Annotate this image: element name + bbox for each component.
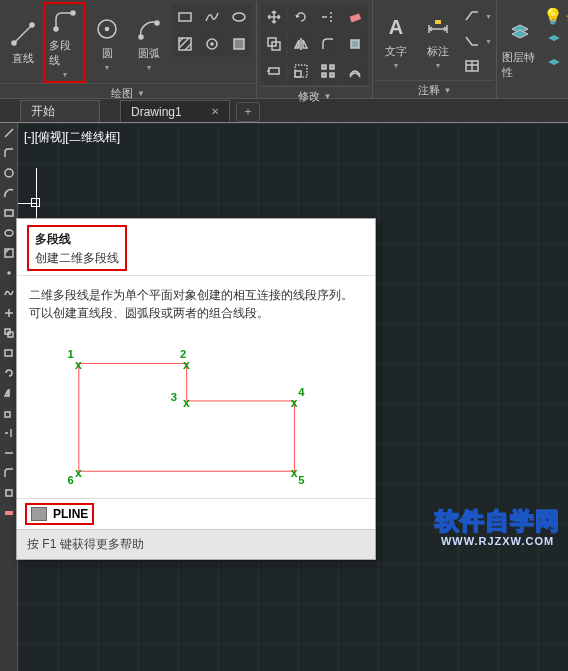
ribbon-group-modify: 修改▼ [257, 0, 373, 98]
chevron-down-icon: ▼ [444, 86, 452, 95]
layer-toggle-row[interactable]: 💡 ☀ 🔒 [543, 4, 568, 28]
tool-rect[interactable] [0, 203, 17, 223]
explode-button[interactable] [342, 31, 368, 57]
svg-text:x: x [75, 466, 82, 480]
svg-rect-31 [322, 73, 326, 77]
tool-move[interactable] [0, 303, 17, 323]
tool-line[interactable] [0, 123, 17, 143]
layer-freeze-button[interactable] [543, 54, 565, 74]
ribbon: 直线 多段线 ▼ 圆 ▼ 圆弧 ▼ [0, 0, 568, 99]
dimension-button[interactable]: 标注 ▼ [417, 2, 459, 80]
tooltip-title: 多段线 [35, 231, 119, 248]
chevron-down-icon: ▼ [435, 62, 442, 69]
tool-hatch[interactable] [0, 243, 17, 263]
tool-arc[interactable] [0, 183, 17, 203]
layer-iso-button[interactable] [543, 30, 565, 50]
draw-small-tools [170, 2, 254, 83]
chevron-down-icon: ▼ [324, 92, 332, 101]
rotate-button[interactable] [288, 4, 314, 30]
leader-button[interactable] [461, 6, 483, 26]
svg-rect-40 [435, 20, 441, 24]
watermark: 软件自学网 WWW.RJZXW.COM [435, 505, 560, 547]
chevron-down-icon: ▼ [62, 71, 69, 78]
copy-button[interactable] [261, 31, 287, 57]
svg-point-6 [106, 27, 109, 30]
move-button[interactable] [261, 4, 287, 30]
svg-point-8 [155, 21, 159, 25]
text-button[interactable]: A 文字 ▼ [375, 2, 417, 80]
offset-button[interactable] [342, 58, 368, 84]
ellipse-button[interactable] [226, 4, 252, 30]
svg-rect-55 [5, 412, 10, 417]
chevron-down-icon: ▼ [137, 89, 145, 98]
tool-spline[interactable] [0, 283, 17, 303]
tool-extend[interactable] [0, 443, 17, 463]
tooltip-body: 二维多段线是作为单个平面对象创建的相互连接的线段序列。可以创建直线段、圆弧段或两… [17, 276, 375, 332]
close-icon[interactable]: ✕ [211, 106, 219, 117]
watermark-line1: 软件自学网 [435, 505, 560, 537]
hatch-button[interactable] [172, 31, 198, 57]
tool-pline[interactable] [0, 143, 17, 163]
svg-rect-30 [330, 65, 334, 69]
layer-label: 图层特性 [502, 50, 538, 80]
region-button[interactable] [226, 31, 252, 57]
polyline-label: 多段线 [49, 38, 81, 68]
tool-mirror[interactable] [0, 383, 17, 403]
svg-text:5: 5 [298, 474, 304, 486]
svg-text:6: 6 [68, 474, 74, 486]
tool-fillet[interactable] [0, 463, 17, 483]
bulb-icon: 💡 [543, 7, 563, 26]
tab-drawing1[interactable]: Drawing1✕ [120, 100, 230, 122]
tool-erase[interactable] [0, 503, 17, 523]
svg-text:x: x [183, 358, 190, 372]
svg-rect-48 [5, 249, 13, 257]
svg-rect-60 [5, 511, 13, 515]
chevron-down-icon[interactable]: ▼ [485, 13, 492, 20]
rect-button[interactable] [172, 4, 198, 30]
tool-stretch[interactable] [0, 343, 17, 363]
command-name: PLINE [53, 507, 88, 521]
leader2-button[interactable] [461, 31, 483, 51]
draw-group-label: 绘图 [111, 86, 133, 101]
tool-copy[interactable] [0, 323, 17, 343]
point-button[interactable] [199, 31, 225, 57]
tool-point[interactable] [0, 263, 17, 283]
tool-trim[interactable] [0, 423, 17, 443]
circle-label: 圆 [102, 46, 113, 61]
tool-explode[interactable] [0, 483, 17, 503]
polyline-button[interactable]: 多段线 ▼ [44, 2, 86, 83]
svg-rect-29 [322, 65, 326, 69]
table-button[interactable] [461, 56, 483, 76]
new-tab-button[interactable]: + [236, 102, 260, 122]
tooltip-polyline: 多段线 创建二维多段线 二维多段线是作为单个平面对象创建的相互连接的线段序列。可… [16, 218, 376, 560]
tooltip-subtitle: 创建二维多段线 [35, 250, 119, 267]
erase-button[interactable] [342, 4, 368, 30]
svg-line-44 [5, 129, 13, 137]
tool-rotate[interactable] [0, 363, 17, 383]
line-button[interactable]: 直线 [2, 2, 44, 83]
svg-line-14 [185, 44, 191, 50]
tool-ellipse[interactable] [0, 223, 17, 243]
mirror-button[interactable] [288, 31, 314, 57]
array-button[interactable] [315, 58, 341, 84]
spline-button[interactable] [199, 4, 225, 30]
line-label: 直线 [12, 51, 34, 66]
fillet-button[interactable] [315, 31, 341, 57]
trim-button[interactable] [315, 4, 341, 30]
svg-point-10 [233, 13, 245, 21]
layer-properties-button[interactable]: 图层特性 [499, 2, 541, 96]
stretch-button[interactable] [261, 58, 287, 84]
dimension-label: 标注 [427, 44, 449, 59]
scale-button[interactable] [288, 58, 314, 84]
tab-start[interactable]: 开始 [20, 100, 100, 122]
tooltip-preview: 1x 2x 3x 4x 5x 6x [17, 332, 375, 498]
svg-rect-27 [295, 71, 301, 77]
svg-rect-53 [5, 350, 12, 356]
circle-button[interactable]: 圆 ▼ [86, 2, 128, 83]
tool-circle[interactable] [0, 163, 17, 183]
ribbon-group-layer: 图层特性 💡 ☀ 🔒 [497, 0, 568, 98]
svg-text:x: x [291, 466, 298, 480]
chevron-down-icon[interactable]: ▼ [485, 38, 492, 45]
arc-button[interactable]: 圆弧 ▼ [128, 2, 170, 83]
tool-scale[interactable] [0, 403, 17, 423]
